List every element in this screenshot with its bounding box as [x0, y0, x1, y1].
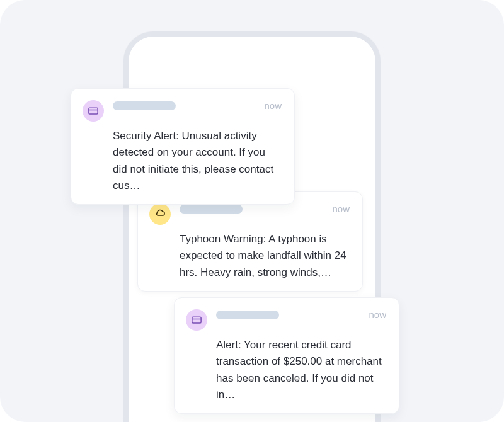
app-avatar [186, 309, 207, 331]
illustration-stage: now Security Alert: Unusual activity det… [0, 0, 504, 422]
notification-body: Alert: Your recent credit card transacti… [216, 337, 386, 403]
timestamp: now [369, 309, 386, 320]
sender-placeholder [113, 101, 176, 110]
timestamp: now [264, 100, 282, 111]
timestamp: now [332, 203, 350, 214]
credit-card-icon [88, 105, 99, 117]
credit-card-icon [191, 314, 202, 326]
notification-card[interactable]: now Security Alert: Unusual activity det… [71, 88, 295, 205]
app-avatar [149, 203, 171, 225]
notification-card[interactable]: now Typhoon Warning: A typhoon is expect… [137, 191, 363, 292]
app-avatar [83, 100, 104, 122]
typhoon-icon [154, 208, 166, 220]
notification-body: Security Alert: Unusual activity detecte… [113, 128, 282, 194]
svg-rect-5 [192, 317, 201, 323]
svg-point-4 [161, 217, 162, 217]
notification-body: Typhoon Warning: A typhoon is expected t… [180, 231, 350, 281]
svg-rect-0 [89, 108, 98, 114]
svg-point-2 [158, 217, 158, 217]
svg-point-3 [159, 217, 160, 217]
sender-placeholder [180, 205, 243, 214]
notification-card[interactable]: now Alert: Your recent credit card trans… [174, 297, 399, 414]
sender-placeholder [216, 311, 279, 319]
